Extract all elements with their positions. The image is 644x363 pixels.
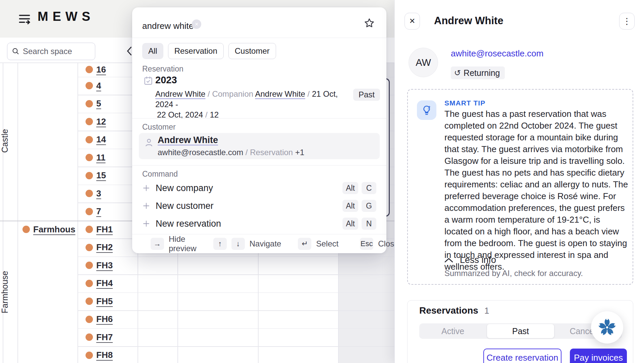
space-label[interactable]: FH3	[96, 260, 113, 271]
space-status-dot	[86, 66, 93, 73]
customer-title: Andrew White	[434, 15, 503, 27]
grid-line	[77, 62, 78, 363]
space-label[interactable]: 14	[96, 134, 106, 145]
search-icon	[12, 48, 19, 55]
more-options-button[interactable]: ⋮	[619, 13, 635, 30]
room-row-15[interactable]: 15	[86, 167, 106, 185]
room-row-11[interactable]: 11	[86, 149, 106, 167]
room-row-5[interactable]: 5	[86, 95, 101, 113]
reservations-title: Reservations	[419, 305, 478, 316]
space-label[interactable]: 4	[96, 81, 101, 91]
assistant-fab[interactable]	[591, 311, 623, 344]
room-row-FH2[interactable]: FH2	[86, 238, 113, 257]
section-header-command: Command	[142, 170, 178, 179]
plus-icon	[142, 184, 150, 192]
space-status-dot	[86, 262, 93, 269]
overlay-divider	[132, 118, 386, 119]
space-status-dot	[86, 136, 93, 143]
companion-link[interactable]: Andrew White	[255, 89, 305, 98]
search-filter-all[interactable]: All	[142, 43, 163, 59]
space-status-dot	[86, 190, 93, 197]
smart-tip-box: SMART TIP The guest has a past reservati…	[407, 89, 633, 285]
customer-email-link[interactable]: awhite@rosecastle.com	[451, 48, 543, 59]
smart-tip-bulb-icon	[417, 100, 436, 120]
customer-name-link[interactable]: Andrew White	[158, 135, 218, 145]
space-status-dot	[86, 333, 93, 341]
room-row-FH5[interactable]: FH5	[86, 292, 113, 311]
ai-disclaimer: Summarized by AI, check for accuracy.	[444, 269, 583, 278]
command-label: New company	[156, 183, 213, 193]
smart-tip-label: SMART TIP	[444, 99, 485, 107]
esc-key: Esc	[360, 238, 373, 250]
search-space-input[interactable]: Search space	[7, 43, 95, 60]
customer-detail-panel: ✕ Andrew White ⋮ AW awhite@rosecastle.co…	[394, 0, 644, 363]
space-status-dot	[86, 82, 93, 89]
tab-past[interactable]: Past	[487, 324, 554, 338]
command-new-company[interactable]: New companyAltC	[142, 181, 376, 195]
customer-avatar: AW	[409, 48, 438, 77]
mews-logo[interactable]: MEWS	[38, 9, 95, 24]
guest-link[interactable]: Andrew White	[155, 89, 205, 98]
space-label[interactable]: FH7	[96, 332, 113, 343]
space-label[interactable]: 15	[96, 170, 106, 181]
search-filter-reservation[interactable]: Reservation	[168, 43, 224, 59]
command-new-customer[interactable]: New customerAltG	[142, 198, 376, 213]
space-label[interactable]: FH4	[96, 278, 113, 288]
room-row-14[interactable]: 14	[86, 131, 106, 149]
close-panel-button[interactable]: ✕	[405, 13, 420, 30]
create-reservation-button[interactable]: Create reservation	[483, 349, 561, 363]
command-new-reservation[interactable]: New reservationAltN	[142, 216, 376, 231]
reservation-number[interactable]: 2023	[155, 75, 177, 86]
space-label[interactable]: FH2	[96, 242, 113, 253]
space-status-dot	[86, 154, 93, 161]
returning-icon: ↺	[454, 69, 461, 77]
main-menu-icon[interactable]	[18, 13, 31, 25]
space-label[interactable]: Farmhous	[33, 224, 75, 235]
grid-line	[77, 346, 394, 347]
space-label[interactable]: FH6	[96, 314, 113, 324]
space-label[interactable]: 11	[96, 152, 106, 163]
command-label: New reservation	[156, 219, 221, 229]
room-row-16[interactable]: 16	[86, 62, 106, 77]
section-header-reservation: Reservation	[142, 64, 183, 74]
space-label[interactable]: 7	[96, 206, 101, 217]
hide-preview-hint[interactable]: Hide preview	[169, 234, 197, 253]
pay-invoices-button[interactable]: Pay invoices	[570, 349, 627, 363]
less-info-toggle[interactable]: Less info	[444, 255, 496, 265]
search-space-placeholder: Search space	[23, 47, 72, 56]
room-row-12[interactable]: 12	[86, 113, 106, 131]
room-row-FH4[interactable]: FH4	[86, 274, 113, 292]
space-label[interactable]: FH8	[96, 350, 113, 360]
space-label[interactable]: 16	[96, 64, 106, 75]
room-row-3[interactable]: 3	[86, 185, 101, 203]
space-status-dot	[86, 100, 93, 107]
space-label[interactable]: 3	[96, 188, 101, 199]
space-label[interactable]: 5	[96, 98, 101, 109]
room-row-FH1[interactable]: FH1	[86, 221, 113, 239]
room-row-FH7[interactable]: FH7	[86, 328, 113, 347]
space-status-dot	[86, 118, 93, 125]
returning-badge: ↺ Returning	[451, 66, 505, 79]
room-row-FH8[interactable]: FH8	[86, 346, 113, 363]
room-row-4[interactable]: 4	[86, 77, 101, 95]
arrow-right-key-icon: →	[151, 238, 164, 250]
space-status-dot	[86, 172, 93, 179]
space-label[interactable]: FH1	[96, 224, 113, 235]
search-filter-customer[interactable]: Customer	[228, 43, 276, 59]
space-status-dot	[86, 352, 93, 359]
tab-active[interactable]: Active	[419, 323, 486, 339]
space-label[interactable]: 12	[96, 117, 106, 127]
room-row-7[interactable]: 7	[86, 202, 101, 221]
room-row-FH6[interactable]: FH6	[86, 310, 113, 328]
mews-flower-icon	[597, 317, 617, 337]
category-row-farmhouse[interactable]: Farmhous	[22, 221, 75, 239]
search-query-text[interactable]: andrew white	[142, 21, 194, 31]
clear-search-icon[interactable]: ✕	[192, 19, 201, 29]
section-label-castle: Castle	[0, 111, 18, 171]
room-row-FH3[interactable]: FH3	[86, 257, 113, 275]
key-chip-n: N	[362, 218, 376, 230]
favorite-star-icon[interactable]	[364, 17, 375, 29]
overlay-divider	[132, 38, 386, 38]
reservation-meta: Andrew White / Companion Andrew White / …	[155, 89, 343, 120]
space-label[interactable]: FH5	[96, 296, 113, 307]
